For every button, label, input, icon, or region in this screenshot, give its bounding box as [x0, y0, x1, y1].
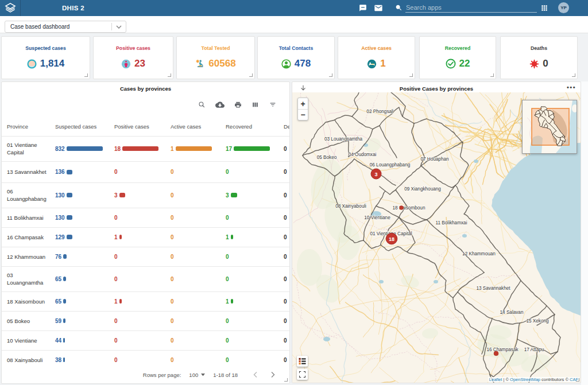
- svg-text:07 Houaphan: 07 Houaphan: [420, 157, 449, 162]
- svg-text:09 Xiangkhouang: 09 Xiangkhouang: [404, 186, 441, 192]
- svg-text:18: 18: [389, 236, 394, 242]
- svg-text:02 Phongsali: 02 Phongsali: [366, 109, 394, 114]
- svg-text:17 Attapu: 17 Attapu: [524, 347, 544, 352]
- svg-text:15 Xekong: 15 Xekong: [526, 318, 549, 324]
- svg-text:14 Salavan: 14 Salavan: [500, 310, 524, 315]
- svg-text:08 Xainyabouli: 08 Xainyabouli: [335, 204, 366, 209]
- svg-text:18 Xaisomboun: 18 Xaisomboun: [393, 205, 425, 211]
- svg-text:16 Champasak: 16 Champasak: [486, 347, 519, 352]
- svg-text:10 Vientiane: 10 Vientiane: [364, 215, 390, 220]
- svg-text:05 Bokeo: 05 Bokeo: [317, 155, 337, 160]
- svg-text:06 Louangphabang: 06 Louangphabang: [370, 162, 411, 168]
- svg-text:12 Khammouan: 12 Khammouan: [462, 251, 496, 256]
- svg-text:11 Bolikhamxai: 11 Bolikhamxai: [436, 220, 467, 225]
- svg-text:3: 3: [374, 172, 377, 177]
- svg-text:03 Louangnamtha: 03 Louangnamtha: [324, 137, 362, 142]
- svg-text:04 Oudomxai: 04 Oudomxai: [349, 152, 377, 157]
- svg-text:13 Savannakhet: 13 Savannakhet: [476, 286, 510, 291]
